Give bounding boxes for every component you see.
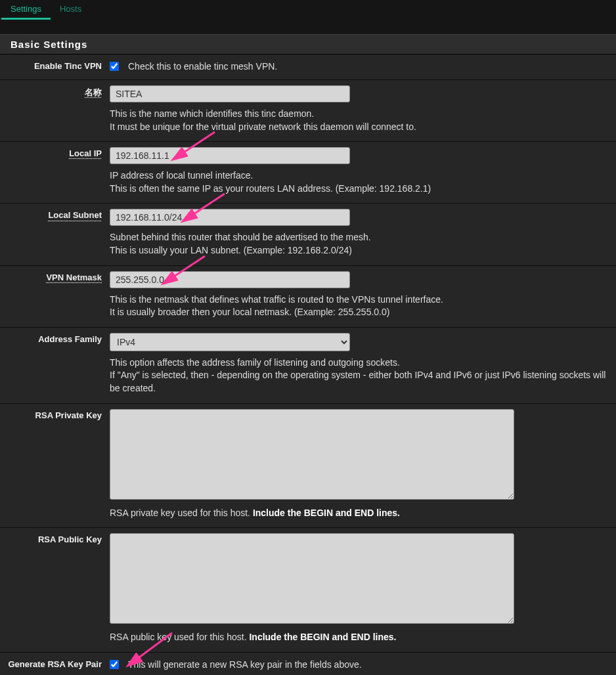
input-localsubnet[interactable] xyxy=(110,209,350,226)
label-enable: Enable Tinc VPN xyxy=(0,54,110,79)
label-localip: Local IP xyxy=(69,148,102,158)
help-addrfamily-2: If "Any" is selected, then - depending o… xyxy=(110,369,611,395)
input-name[interactable] xyxy=(110,85,350,102)
row-name: 名称 This is the name which identifies thi… xyxy=(0,80,616,142)
row-addrfamily: Address Family IPv4 This option affects … xyxy=(0,328,616,404)
label-netmask: VPN Netmask xyxy=(46,272,102,282)
label-name: 名称 xyxy=(85,87,102,97)
input-netmask[interactable] xyxy=(110,271,350,288)
help-rsapriv: RSA private key used for this host. Incl… xyxy=(110,507,611,520)
row-rsapriv: RSA Private Key RSA private key used for… xyxy=(0,404,616,529)
help-localsubnet-2: This is usually your LAN subnet. (Exampl… xyxy=(110,244,611,257)
label-rsapub: RSA Public Key xyxy=(0,528,110,652)
help-netmask-2: It is usually broader then your local ne… xyxy=(110,306,611,319)
checkbox-enable[interactable] xyxy=(110,62,119,71)
help-netmask-1: This is the netmask that defines what tr… xyxy=(110,294,611,307)
label-genkey: Generate RSA Key Pair xyxy=(0,653,110,675)
genkey-text: This will generate a new RSA key pair in… xyxy=(128,659,362,670)
row-enable: Enable Tinc VPN Check this to enable tin… xyxy=(0,54,616,80)
row-genkey: Generate RSA Key Pair This will generate… xyxy=(0,653,616,675)
select-addrfamily[interactable]: IPv4 xyxy=(110,333,350,351)
help-localip-2: This is often the same IP as your router… xyxy=(110,183,611,196)
help-name-2: It must be unique for the virtual privat… xyxy=(110,121,611,134)
help-addrfamily-1: This option affects the address family o… xyxy=(110,357,611,370)
header-spacer xyxy=(0,20,616,34)
tab-hosts[interactable]: Hosts xyxy=(51,0,91,20)
label-rsapriv: RSA Private Key xyxy=(0,404,110,528)
help-localsubnet-1: Subnet behind this router that should be… xyxy=(110,231,611,244)
row-localip: Local IP IP address of local tunnel inte… xyxy=(0,142,616,204)
checkbox-genkey[interactable] xyxy=(110,660,119,669)
row-rsapub: RSA Public Key RSA public key used for t… xyxy=(0,528,616,653)
input-localip[interactable] xyxy=(110,147,350,164)
label-addrfamily: Address Family xyxy=(0,328,110,403)
help-rsapub: RSA public key used for this host. Inclu… xyxy=(110,631,611,644)
textarea-rsapub[interactable] xyxy=(110,533,514,624)
section-title: Basic Settings xyxy=(0,34,616,54)
row-localsubnet: Local Subnet Subnet behind this router t… xyxy=(0,204,616,265)
row-netmask: VPN Netmask This is the netmask that def… xyxy=(0,266,616,328)
textarea-rsapriv[interactable] xyxy=(110,409,514,500)
help-localip-1: IP address of local tunnel interface. xyxy=(110,169,611,183)
label-localsubnet: Local Subnet xyxy=(48,210,102,220)
enable-text: Check this to enable tinc mesh VPN. xyxy=(128,61,277,72)
tab-settings[interactable]: Settings xyxy=(1,0,51,20)
tab-bar: Settings Hosts xyxy=(0,0,616,20)
help-name-1: This is the name which identifies this t… xyxy=(110,108,611,121)
